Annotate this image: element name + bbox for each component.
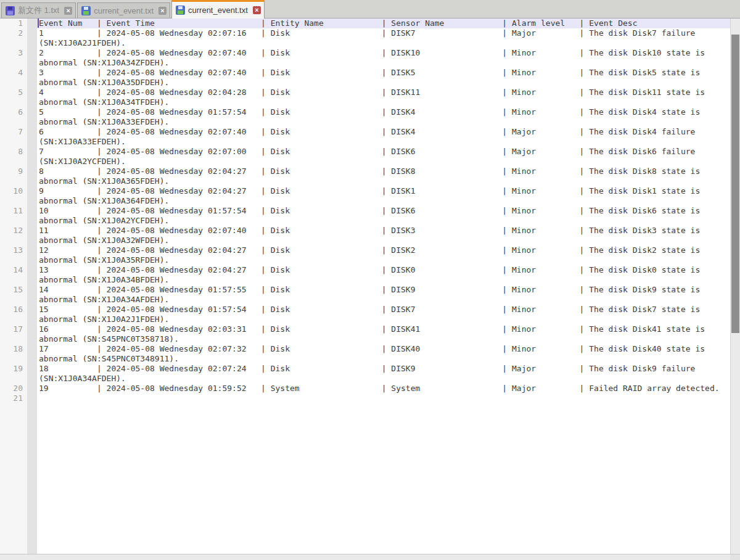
line-number: 17 [0, 324, 27, 344]
line-text[interactable]: 10 | 2024-05-08 Wednesday 01:57:54 | Dis… [37, 206, 730, 226]
vertical-scrollbar-thumb[interactable] [731, 35, 739, 333]
editor-line: 21 | 2024-05-08 Wednesday 02:07:16 | Dis… [0, 28, 730, 48]
editor-line: 1413 | 2024-05-08 Wednesday 02:04:27 | D… [0, 265, 730, 285]
bookmark-margin[interactable] [27, 226, 37, 245]
editor-line: 2019 | 2024-05-08 Wednesday 01:59:52 | S… [0, 384, 730, 393]
editor-line: 1312 | 2024-05-08 Wednesday 02:04:27 | D… [0, 245, 730, 265]
bookmark-margin[interactable] [27, 48, 37, 68]
tab-bar: 新文件 1.txt × current_event.txt × current_… [0, 0, 740, 19]
line-text[interactable]: Event Num | Event Time | Entity Name | S… [37, 19, 730, 28]
line-number: 4 [0, 68, 27, 88]
bookmark-margin[interactable] [27, 19, 37, 28]
bookmark-margin[interactable] [27, 393, 37, 403]
bookmark-margin[interactable] [27, 147, 37, 167]
line-text[interactable]: 5 | 2024-05-08 Wednesday 01:57:54 | Disk… [37, 107, 730, 127]
tab-title: current_event.txt [188, 6, 248, 15]
line-text[interactable]: 7 | 2024-05-08 Wednesday 02:07:00 | Disk… [37, 147, 730, 167]
line-text[interactable]: 17 | 2024-05-08 Wednesday 02:07:32 | Dis… [37, 344, 730, 364]
editor-main: 1Event Num | Event Time | Entity Name | … [0, 19, 740, 554]
line-number: 15 [0, 285, 27, 305]
editor-line: 109 | 2024-05-08 Wednesday 02:04:27 | Di… [0, 186, 730, 206]
editor-line: 1716 | 2024-05-08 Wednesday 02:03:31 | D… [0, 324, 730, 344]
line-text[interactable] [37, 393, 730, 403]
tab-title: current_event.txt [94, 6, 154, 15]
close-icon[interactable]: × [253, 6, 261, 14]
line-text[interactable]: 2 | 2024-05-08 Wednesday 02:07:40 | Disk… [37, 48, 730, 68]
line-number: 2 [0, 28, 27, 48]
bookmark-margin[interactable] [27, 384, 37, 393]
editor-window: 新文件 1.txt × current_event.txt × current_… [0, 0, 740, 560]
editor-line: 1211 | 2024-05-08 Wednesday 02:07:40 | D… [0, 226, 730, 245]
line-text[interactable]: 6 | 2024-05-08 Wednesday 02:07:40 | Disk… [37, 127, 730, 147]
editor-line: 1Event Num | Event Time | Entity Name | … [0, 19, 730, 28]
line-text[interactable]: 16 | 2024-05-08 Wednesday 02:03:31 | Dis… [37, 324, 730, 344]
bookmark-margin[interactable] [27, 107, 37, 127]
bookmark-margin[interactable] [27, 206, 37, 226]
line-text[interactable]: 4 | 2024-05-08 Wednesday 02:04:28 | Disk… [37, 88, 730, 107]
line-number: 13 [0, 245, 27, 265]
editor-line: 1918 | 2024-05-08 Wednesday 02:07:24 | D… [0, 364, 730, 384]
bookmark-margin[interactable] [27, 285, 37, 305]
editor-line: 87 | 2024-05-08 Wednesday 02:07:00 | Dis… [0, 147, 730, 167]
bookmark-margin[interactable] [27, 68, 37, 88]
editor-line: 76 | 2024-05-08 Wednesday 02:07:40 | Dis… [0, 127, 730, 147]
line-text[interactable]: 14 | 2024-05-08 Wednesday 01:57:55 | Dis… [37, 285, 730, 305]
bookmark-margin[interactable] [27, 265, 37, 285]
floppy-disk-icon [81, 6, 91, 15]
editor-line: 98 | 2024-05-08 Wednesday 02:04:27 | Dis… [0, 167, 730, 186]
editor-line: 1110 | 2024-05-08 Wednesday 01:57:54 | D… [0, 206, 730, 226]
editor-line: 65 | 2024-05-08 Wednesday 01:57:54 | Dis… [0, 107, 730, 127]
line-text[interactable]: 13 | 2024-05-08 Wednesday 02:04:27 | Dis… [37, 265, 730, 285]
text-editor-area[interactable]: 1Event Num | Event Time | Entity Name | … [0, 19, 730, 554]
tab-current-event-1[interactable]: current_event.txt × [77, 2, 170, 18]
bookmark-margin[interactable] [27, 324, 37, 344]
line-number: 20 [0, 384, 27, 393]
scrollbar-corner [730, 554, 740, 560]
line-number: 12 [0, 226, 27, 245]
bookmark-margin[interactable] [27, 186, 37, 206]
line-number: 6 [0, 107, 27, 127]
line-text[interactable]: 12 | 2024-05-08 Wednesday 02:04:27 | Dis… [37, 245, 730, 265]
line-number: 5 [0, 88, 27, 107]
bookmark-margin[interactable] [27, 245, 37, 265]
bookmark-margin[interactable] [27, 88, 37, 107]
line-number: 21 [0, 393, 27, 403]
line-text[interactable]: 19 | 2024-05-08 Wednesday 01:59:52 | Sys… [37, 384, 730, 393]
line-text[interactable]: 3 | 2024-05-08 Wednesday 02:07:40 | Disk… [37, 68, 730, 88]
text-caret [38, 19, 39, 28]
floppy-disk-icon [176, 6, 185, 15]
editor-line: 32 | 2024-05-08 Wednesday 02:07:40 | Dis… [0, 48, 730, 68]
line-number: 19 [0, 364, 27, 384]
bookmark-margin[interactable] [27, 28, 37, 48]
floppy-disk-icon [6, 6, 15, 15]
line-number: 3 [0, 48, 27, 68]
bottom-bar [0, 554, 740, 560]
tab-current-event-2-active[interactable]: current_event.txt × [171, 0, 265, 19]
line-number: 8 [0, 147, 27, 167]
close-icon[interactable]: × [64, 7, 72, 15]
bookmark-margin[interactable] [27, 364, 37, 384]
line-text[interactable]: 15 | 2024-05-08 Wednesday 01:57:54 | Dis… [37, 305, 730, 324]
line-text[interactable]: 1 | 2024-05-08 Wednesday 02:07:16 | Disk… [37, 28, 730, 48]
line-text[interactable]: 9 | 2024-05-08 Wednesday 02:04:27 | Disk… [37, 186, 730, 206]
line-text[interactable]: 8 | 2024-05-08 Wednesday 02:04:27 | Disk… [37, 167, 730, 186]
editor-line: 54 | 2024-05-08 Wednesday 02:04:28 | Dis… [0, 88, 730, 107]
line-number: 14 [0, 265, 27, 285]
bookmark-margin[interactable] [27, 127, 37, 147]
bookmark-margin[interactable] [27, 305, 37, 324]
editor-line: 43 | 2024-05-08 Wednesday 02:07:40 | Dis… [0, 68, 730, 88]
line-number: 11 [0, 206, 27, 226]
line-number: 10 [0, 186, 27, 206]
vertical-scrollbar[interactable] [730, 19, 740, 554]
line-number: 18 [0, 344, 27, 364]
close-icon[interactable]: × [158, 7, 166, 15]
bookmark-margin[interactable] [27, 167, 37, 186]
line-text[interactable]: 18 | 2024-05-08 Wednesday 02:07:24 | Dis… [37, 364, 730, 384]
line-text[interactable]: 11 | 2024-05-08 Wednesday 02:07:40 | Dis… [37, 226, 730, 245]
editor-line: 1514 | 2024-05-08 Wednesday 01:57:55 | D… [0, 285, 730, 305]
editor-line: 1817 | 2024-05-08 Wednesday 02:07:32 | D… [0, 344, 730, 364]
bookmark-margin[interactable] [27, 344, 37, 364]
tab-new-file-1[interactable]: 新文件 1.txt × [1, 2, 76, 18]
line-number: 16 [0, 305, 27, 324]
horizontal-scrollbar[interactable] [0, 554, 730, 560]
